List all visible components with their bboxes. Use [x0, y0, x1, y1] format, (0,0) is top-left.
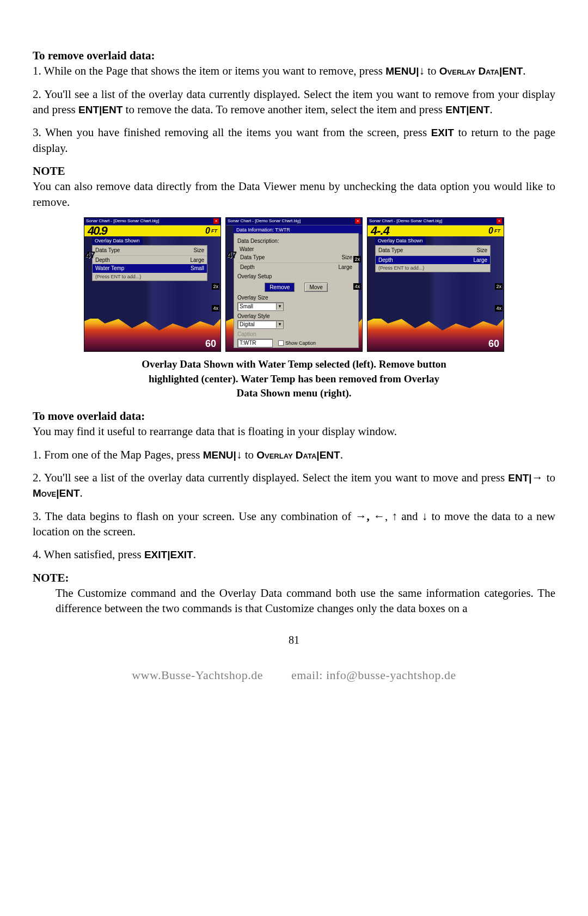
move-intro: You may find it useful to rearrange data…: [33, 424, 555, 439]
arrow-down-icon: ↓: [422, 510, 428, 522]
yellow-bar: 4-.4 0FT: [367, 225, 504, 236]
footer-url: www.Busse-Yachtshop.de: [132, 668, 263, 682]
zero: 0: [488, 225, 493, 237]
t: 3. When you have finished removing all t…: [33, 126, 431, 139]
arrow-down-icon: ↓: [419, 64, 425, 77]
key-ent: ENT: [502, 65, 523, 77]
key-menu: MENU: [385, 65, 416, 77]
page-number: 81: [33, 633, 555, 648]
hint: (Press ENT to add...): [95, 273, 204, 280]
t: to: [427, 64, 439, 77]
arrow-right-icon: →: [532, 471, 543, 484]
para-1: 1. While on the Page that shows the item…: [33, 63, 555, 78]
cell: Depth: [95, 257, 190, 264]
arrow-left-icon: ←: [373, 510, 385, 522]
t: .: [80, 486, 83, 499]
key-ent: ENT: [508, 472, 529, 484]
key-ent: ENT: [320, 449, 340, 461]
arrow-up-icon: ↑: [392, 510, 398, 522]
style-combo[interactable]: Digital▼: [237, 320, 284, 329]
key-ent: ENT: [59, 487, 80, 499]
t: 2. You'll see a list of the overlay data…: [33, 471, 508, 484]
bottom-depth: 60: [488, 337, 499, 350]
caption-line: Overlay Data Shown with Water Temp selec…: [33, 357, 555, 372]
remove-button[interactable]: Remove: [265, 283, 295, 292]
key-ent-ent: ENT|ENT: [445, 104, 489, 115]
comma: ,: [367, 510, 373, 523]
list-header: Data Type Size: [93, 246, 207, 256]
arrow-right-icon: →: [356, 510, 367, 522]
list-item-selected[interactable]: Water Temp Small: [93, 264, 207, 273]
overlay-list[interactable]: Data Type Size Depth Large (Press ENT to…: [375, 245, 491, 272]
close-icon[interactable]: ×: [497, 218, 502, 224]
move-step2: 2. You'll see a list of the overlay data…: [33, 470, 555, 501]
chk-label: Hide When Invalid: [244, 351, 284, 352]
cell: Small: [191, 265, 204, 272]
cell: Large: [190, 257, 204, 264]
scale-2x: 2x: [495, 283, 503, 290]
t: ,: [385, 510, 391, 523]
setup-label: Overlay Setup: [237, 273, 355, 280]
t: 1. While on the Page that shows the item…: [33, 64, 385, 77]
size-combo[interactable]: Small▼: [237, 302, 284, 311]
hint: (Press ENT to add...): [378, 265, 487, 271]
show-caption-checkbox[interactable]: Show Caption: [278, 340, 316, 346]
caption-combo[interactable]: T:WTR: [237, 339, 273, 347]
scale-2x: 2x: [353, 256, 361, 262]
dim-cell: Depth: [240, 264, 338, 271]
combo-value: Digital: [240, 321, 255, 328]
dimmed-list: Data TypeSize DepthLarge: [237, 253, 355, 271]
list-hint: (Press ENT to add...): [93, 273, 207, 280]
hide-invalid-checkbox[interactable]: Hide When Invalid: [237, 351, 355, 352]
ft-label: FT: [211, 228, 217, 234]
t: 3. The data begins to flash on your scre…: [33, 510, 356, 523]
zero: 0: [205, 225, 210, 237]
bottom-depth: 60: [205, 337, 216, 350]
key-exit-exit: EXIT|EXIT: [144, 549, 193, 560]
list-item[interactable]: Depth Large: [93, 256, 207, 265]
move-button[interactable]: Move: [304, 283, 327, 292]
t: to remove the data. To remove another it…: [126, 103, 446, 116]
list-item-selected[interactable]: Depth Large: [376, 256, 490, 265]
window-titlebar: Sonar Chart - [Demo Sonar Chart.blg] ×: [226, 218, 362, 225]
key-exit: EXIT: [431, 127, 454, 138]
caption-line: Data Shown menu (right).: [33, 386, 555, 401]
footer: www.Busse-Yachtshop.de email: info@busse…: [33, 667, 555, 683]
combo-value: T:WTR: [240, 339, 256, 347]
heading-move: To move overlaid data:: [33, 408, 555, 424]
desc-label: Data Description:: [237, 237, 355, 245]
overlay-data-shown-header: Overlay Data Shown: [375, 236, 426, 245]
button-row: Remove Move: [237, 283, 355, 292]
side-depth: 47: [85, 249, 95, 261]
dim-col: Size: [342, 254, 352, 261]
dim-col: Data Type: [240, 254, 342, 261]
chevron-down-icon: ▼: [276, 321, 283, 328]
note-heading-2: NOTE:: [33, 570, 555, 585]
t: 1. From one of the Map Pages, press: [33, 448, 203, 461]
t: to: [245, 448, 257, 461]
note-heading: NOTE: [33, 163, 555, 179]
scale-4x: 4x: [212, 305, 219, 312]
cell: Large: [473, 257, 487, 264]
overlay-setup-dialog: Data Description: Water Data TypeSize De…: [234, 233, 359, 348]
key-overlay-data: Overlay Data: [256, 449, 316, 461]
arrow-down-icon: ↓: [236, 448, 242, 461]
fig-left: Sonar Chart - [Demo Sonar Chart.blg] × 4…: [84, 217, 221, 352]
close-icon[interactable]: ×: [355, 218, 360, 224]
t: to: [547, 471, 555, 484]
fig-right: Sonar Chart - [Demo Sonar Chart.blg] × 4…: [367, 217, 504, 352]
chevron-down-icon: ▼: [276, 303, 283, 310]
col-size: Size: [477, 247, 487, 254]
list-hint: (Press ENT to add...): [376, 264, 490, 272]
style-label: Overlay Style: [237, 313, 355, 320]
close-icon[interactable]: ×: [213, 218, 219, 224]
overlay-list[interactable]: Data Type Size Depth Large Water Temp Sm…: [92, 245, 207, 281]
list-header: Data Type Size: [376, 246, 490, 256]
size-label: Overlay Size: [237, 294, 355, 302]
overlay-data-shown-header: Overlay Data Shown: [92, 236, 143, 245]
col-size: Size: [194, 247, 204, 254]
key-ent-ent: ENT|ENT: [78, 104, 122, 115]
combo-value: Small: [240, 303, 253, 310]
chk-label: Show Caption: [285, 340, 316, 346]
fig-center: Sonar Chart - [Demo Sonar Chart.blg] × D…: [225, 217, 363, 352]
